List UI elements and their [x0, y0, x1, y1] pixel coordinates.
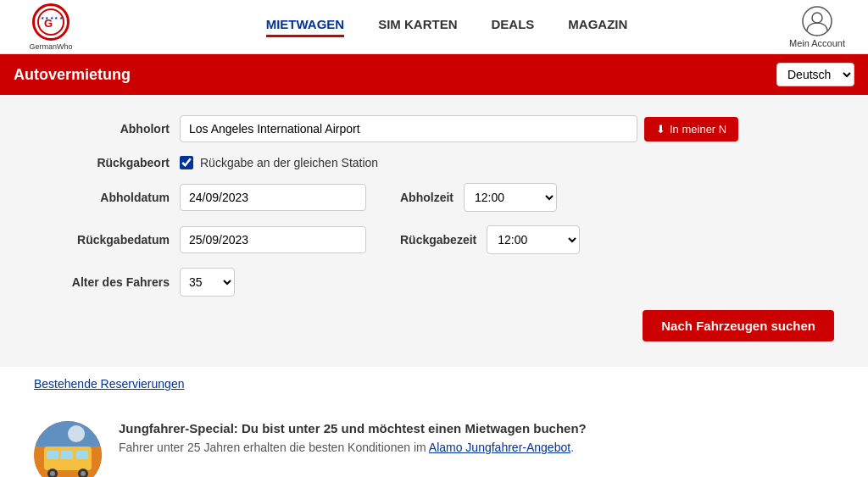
location-icon: ⬇ [656, 123, 665, 136]
return-time-label: Rückgabezeit [400, 233, 476, 247]
dates-row: Abholdatum Abholzeit 06:0007:0008:00 09:… [34, 183, 834, 212]
location-button[interactable]: ⬇ In meiner N [644, 117, 738, 141]
search-button[interactable]: Nach Fahrzeugen suchen [643, 310, 834, 341]
age-select[interactable]: 18192021 22232425 26272829 30313233 3435… [180, 268, 235, 297]
nav-deals[interactable]: DEALS [492, 17, 535, 37]
promo-image [34, 421, 102, 477]
search-btn-row: Nach Fahrzeugen suchen [34, 310, 834, 341]
return-date-row: Rückgabedatum Rückgabezeit 06:0007:0008:… [34, 225, 834, 254]
return-date-label: Rückgabedatum [34, 233, 170, 247]
account-button[interactable]: Mein Account [783, 6, 851, 48]
age-row: Alter des Fahrers 18192021 22232425 2627… [34, 268, 834, 297]
pickup-label: Abholort [34, 122, 170, 136]
promo-body: Fahrer unter 25 Jahren erhalten die best… [119, 441, 587, 454]
logo-icon: ★ ★ ★ ★ ★ G [37, 8, 64, 36]
promo-section: Jungfahrer-Special: Du bist unter 25 und… [0, 401, 868, 477]
logo-circle: ★ ★ ★ ★ ★ G [32, 3, 70, 41]
promo-link[interactable]: Alamo Jungfahrer-Angebot [429, 441, 570, 454]
banner-title: Autovermietung [14, 66, 131, 84]
age-label: Alter des Fahrers [34, 275, 170, 289]
pickup-date-label: Abholdatum [34, 191, 170, 204]
language-select[interactable]: Deutsch English Español Français [776, 63, 854, 86]
header: ★ ★ ★ ★ ★ G GermanWho MIETWAGEN SIM KART… [0, 0, 868, 54]
main-nav: MIETWAGEN SIM KARTEN DEALS MAGAZIN [110, 17, 783, 37]
return-same-station: Rückgabe an der gleichen Station [180, 156, 378, 169]
logo-label: GermanWho [29, 42, 72, 51]
svg-point-15 [68, 425, 85, 442]
svg-point-11 [50, 471, 55, 476]
promo-thumbnail [34, 421, 102, 477]
return-checkbox-label: Rückgabe an der gleichen Station [200, 156, 378, 169]
svg-rect-8 [61, 451, 73, 459]
nav-mietwagen[interactable]: MIETWAGEN [266, 17, 345, 37]
pickup-row: Abholort ⬇ In meiner N [34, 115, 834, 142]
return-label: Rückgabeort [34, 156, 170, 169]
location-btn-label: In meiner N [670, 123, 726, 136]
svg-rect-7 [47, 451, 58, 459]
account-icon [802, 6, 832, 36]
reservations-area: Bestehende Reservierungen [0, 367, 868, 401]
banner: Autovermietung Deutsch English Español F… [0, 54, 868, 95]
promo-heading: Jungfahrer-Special: Du bist unter 25 und… [119, 421, 587, 435]
svg-text:G: G [44, 17, 53, 30]
svg-point-4 [812, 13, 822, 23]
logo[interactable]: ★ ★ ★ ★ ★ G GermanWho [17, 3, 85, 51]
pickup-time-label: Abholzeit [400, 191, 453, 204]
svg-rect-9 [76, 451, 88, 459]
pickup-time-select[interactable]: 06:0007:0008:00 09:0010:0011:00 12:0013:… [464, 183, 557, 212]
pickup-date-input[interactable] [180, 184, 366, 211]
promo-text: Jungfahrer-Special: Du bist unter 25 und… [119, 421, 587, 454]
promo-body-text: Fahrer unter 25 Jahren erhalten die best… [119, 441, 429, 454]
return-time-select[interactable]: 06:0007:0008:00 09:0010:0011:00 12:0013:… [487, 225, 580, 254]
nav-sim-karten[interactable]: SIM KARTEN [378, 17, 457, 37]
svg-point-13 [81, 471, 86, 476]
nav-magazin[interactable]: MAGAZIN [568, 17, 627, 37]
return-row: Rückgabeort Rückgabe an der gleichen Sta… [34, 156, 834, 169]
search-form: Abholort ⬇ In meiner N Rückgabeort Rückg… [0, 95, 868, 367]
account-label: Mein Account [789, 38, 845, 48]
return-checkbox[interactable] [180, 156, 193, 169]
reservations-link[interactable]: Bestehende Reservierungen [34, 377, 184, 391]
return-date-input[interactable] [180, 226, 366, 253]
promo-body-suffix: . [570, 441, 574, 454]
pickup-input[interactable] [180, 115, 637, 142]
